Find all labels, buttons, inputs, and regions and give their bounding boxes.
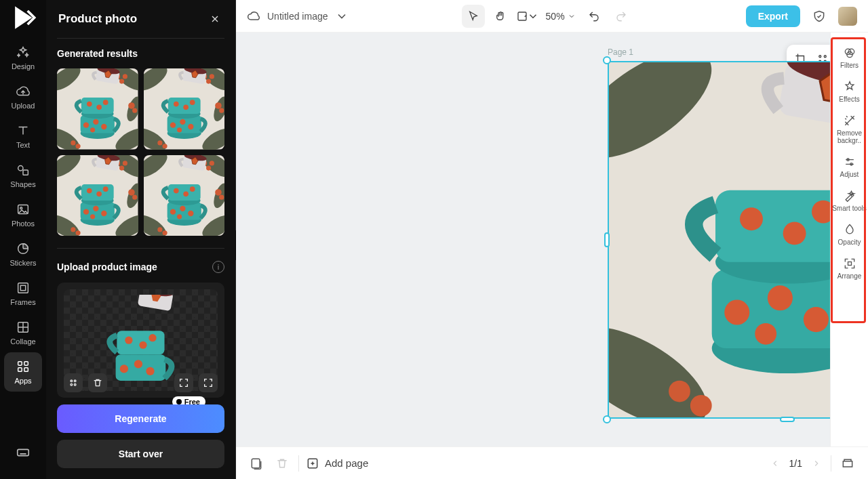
svg-rect-41 bbox=[18, 283, 28, 293]
generated-thumb[interactable] bbox=[144, 68, 225, 150]
rail-label: Frames bbox=[10, 298, 35, 306]
add-page-icon bbox=[306, 457, 319, 470]
divider bbox=[298, 455, 299, 472]
rr-opacity[interactable]: Opacity bbox=[831, 217, 868, 251]
topbar: Untitled image 50% Export bbox=[236, 0, 868, 33]
svg-rect-45 bbox=[24, 362, 28, 366]
generated-results-grid bbox=[57, 68, 224, 236]
rail-label: Shapes bbox=[10, 180, 35, 188]
shuffle-button[interactable] bbox=[64, 373, 83, 392]
smart-icon bbox=[843, 189, 856, 203]
rr-arrange[interactable]: Arrange bbox=[831, 251, 868, 285]
rail-label: Text bbox=[16, 141, 30, 149]
rr-filters[interactable]: Filters bbox=[831, 41, 868, 75]
rr-smart[interactable]: Smart tools bbox=[831, 184, 868, 217]
rr-adjust[interactable]: Adjust bbox=[831, 150, 868, 184]
canvas-frame[interactable]: Page 1 bbox=[608, 61, 868, 419]
shapes-icon bbox=[16, 163, 31, 178]
generated-thumb[interactable] bbox=[57, 155, 138, 236]
hand-tool[interactable] bbox=[489, 5, 512, 28]
rr-removebg[interactable]: Remove backgr.. bbox=[831, 108, 868, 150]
resize-handle-bl[interactable] bbox=[603, 415, 611, 423]
rr-label: Effects bbox=[839, 96, 859, 103]
rail-label: Collage bbox=[10, 337, 35, 346]
delete-page-button[interactable] bbox=[273, 454, 292, 473]
rail-stickers[interactable]: Stickers bbox=[4, 234, 42, 274]
svg-rect-48 bbox=[18, 449, 29, 455]
pages-button[interactable] bbox=[247, 454, 266, 473]
panel-divider bbox=[57, 248, 224, 249]
canvas-workspace[interactable]: Page 1 bbox=[236, 33, 868, 446]
frame-icon bbox=[16, 280, 31, 295]
apps-icon bbox=[16, 359, 31, 374]
product-photo-panel: Product photo Generated results Upload p… bbox=[46, 0, 236, 479]
arrange-icon bbox=[843, 257, 856, 270]
add-page-label: Add page bbox=[325, 457, 368, 469]
resize-handle-tl[interactable] bbox=[603, 56, 611, 64]
app-logo[interactable] bbox=[9, 4, 37, 31]
page-indicator: 1/1 bbox=[789, 458, 802, 469]
svg-point-36 bbox=[18, 166, 23, 171]
redo-button[interactable] bbox=[610, 5, 633, 28]
rail-collage[interactable]: Collage bbox=[4, 313, 42, 352]
svg-point-55 bbox=[824, 56, 826, 58]
svg-point-54 bbox=[819, 56, 821, 58]
svg-rect-42 bbox=[20, 285, 25, 290]
export-button[interactable]: Export bbox=[746, 5, 800, 27]
upload-product-card bbox=[57, 283, 224, 398]
zoom-control[interactable]: 50% bbox=[543, 11, 578, 22]
next-page-button[interactable] bbox=[809, 456, 824, 471]
svg-point-50 bbox=[74, 380, 76, 382]
rail-text[interactable]: Text bbox=[4, 117, 42, 156]
document-title[interactable]: Untitled image bbox=[247, 9, 349, 23]
canvas-size-tool[interactable] bbox=[516, 5, 539, 28]
bottombar: Add page 1/1 bbox=[236, 446, 868, 479]
add-page-button[interactable]: Add page bbox=[306, 457, 368, 470]
rr-label: Remove backgr.. bbox=[831, 129, 868, 144]
rail-apps[interactable]: Apps bbox=[4, 352, 42, 392]
page-label: Page 1 bbox=[608, 47, 633, 57]
rail-label: Design bbox=[12, 62, 35, 70]
rr-label: Opacity bbox=[838, 238, 861, 246]
rail-upload[interactable]: Upload bbox=[4, 77, 42, 117]
svg-rect-37 bbox=[23, 170, 28, 175]
rail-shapes[interactable]: Shapes bbox=[4, 156, 42, 195]
right-properties-rail: FiltersEffectsRemove backgr..AdjustSmart… bbox=[830, 33, 868, 446]
svg-rect-70 bbox=[848, 262, 851, 266]
generated-thumb[interactable] bbox=[57, 68, 138, 150]
resize-handle-mb[interactable] bbox=[780, 417, 795, 422]
effects-icon bbox=[843, 80, 856, 93]
undo-button[interactable] bbox=[583, 5, 606, 28]
rail-design[interactable]: Design bbox=[4, 38, 42, 77]
regenerate-button[interactable]: Regenerate bbox=[57, 404, 224, 433]
image-icon bbox=[16, 202, 31, 217]
close-panel-button[interactable] bbox=[205, 9, 224, 28]
expand-upload-button[interactable] bbox=[174, 373, 193, 392]
generated-thumb[interactable] bbox=[144, 155, 225, 236]
focus-upload-button[interactable] bbox=[199, 373, 218, 392]
removebg-icon bbox=[843, 114, 856, 127]
rr-effects[interactable]: Effects bbox=[831, 75, 868, 108]
filters-icon bbox=[843, 46, 856, 60]
panel-title: Product photo bbox=[58, 12, 137, 26]
svg-rect-47 bbox=[24, 368, 28, 372]
rail-photos[interactable]: Photos bbox=[4, 195, 42, 234]
start-over-button[interactable]: Start over bbox=[57, 440, 224, 468]
select-tool[interactable] bbox=[462, 5, 485, 28]
rail-label: Photos bbox=[12, 220, 35, 228]
svg-rect-71 bbox=[252, 459, 260, 467]
rail-frames[interactable]: Frames bbox=[4, 274, 42, 313]
privacy-shield-icon[interactable] bbox=[810, 7, 829, 26]
rr-label: Filters bbox=[840, 62, 859, 69]
canvas-image[interactable] bbox=[608, 61, 868, 419]
prev-page-button[interactable] bbox=[768, 456, 783, 471]
present-button[interactable] bbox=[838, 454, 857, 473]
user-avatar[interactable] bbox=[838, 7, 857, 26]
resize-handle-ml[interactable] bbox=[604, 232, 610, 247]
keyboard-icon[interactable] bbox=[4, 433, 42, 472]
svg-point-49 bbox=[71, 380, 73, 382]
chevron-down-icon bbox=[568, 12, 576, 20]
upload-info-button[interactable]: i bbox=[212, 261, 224, 273]
delete-upload-button[interactable] bbox=[88, 373, 107, 392]
opacity-icon bbox=[843, 223, 856, 236]
